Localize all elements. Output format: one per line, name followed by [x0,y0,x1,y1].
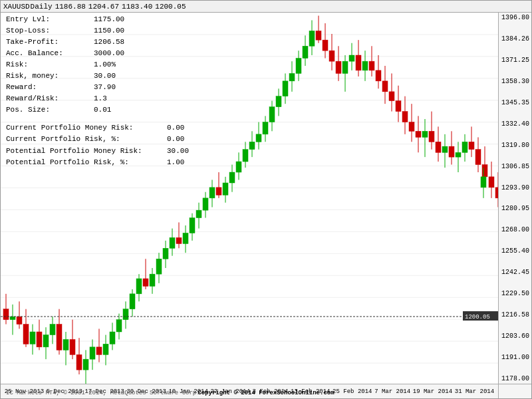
svg-rect-75 [190,218,195,233]
svg-rect-41 [76,354,82,370]
svg-rect-59 [136,279,142,294]
svg-rect-103 [283,81,288,96]
svg-rect-83 [216,188,221,195]
x-axis-label: 31 Mar 2014 [455,388,494,395]
svg-rect-89 [236,162,241,172]
price2: 1204.67 [88,3,119,11]
header-bar: XAUUSD Daily 1186.88 1204.67 1183.40 120… [1,1,531,13]
y-axis-label: 1332.40 [500,120,530,128]
x-axis-label: 19 Mar 2014 [413,388,452,395]
x-axis-label: 25 Feb 2014 [332,388,372,395]
candlestick-chart: 1200.05 [1,13,498,384]
footer-corner [498,384,531,398]
svg-rect-67 [163,248,168,259]
copyright-center: Copyright © 2014 ForexSchoolOnline.com [198,390,334,396]
svg-rect-57 [130,294,135,309]
svg-rect-33 [50,325,55,335]
svg-rect-87 [229,172,235,183]
svg-rect-73 [183,233,188,243]
svg-rect-155 [456,152,461,157]
y-axis-label: 1396.80 [500,14,530,21]
svg-rect-99 [269,107,275,122]
svg-rect-129 [369,61,374,70]
svg-rect-95 [256,134,261,142]
y-axis-label: 1371.25 [500,57,530,64]
svg-rect-127 [362,61,368,70]
svg-rect-63 [150,274,155,286]
y-axis-label: 1229.50 [500,290,530,297]
svg-rect-161 [475,150,481,165]
svg-rect-159 [469,142,474,149]
price1: 1186.88 [55,3,86,11]
y-axis-label: 1255.40 [500,247,530,255]
svg-rect-151 [442,146,448,152]
svg-rect-171 [481,177,486,188]
svg-rect-53 [116,320,122,332]
svg-rect-21 [10,317,15,320]
svg-rect-145 [422,131,428,137]
svg-rect-81 [209,188,215,198]
y-axis: 1396.801384.261371.251358.301345.351332.… [498,13,531,384]
svg-rect-79 [203,198,208,210]
svg-rect-147 [429,131,434,142]
y-axis-label: 1358.30 [500,78,530,85]
svg-rect-65 [156,259,162,274]
svg-rect-111 [309,31,315,46]
y-axis-label: 1203.60 [500,332,530,340]
price3: 1183.40 [122,3,152,11]
chart-area: 1200.05 [1,13,498,384]
svg-rect-49 [103,344,108,354]
svg-rect-141 [409,122,414,132]
y-axis-label: 1216.58 [500,311,530,319]
y-axis-label: 1268.00 [500,226,530,233]
svg-rect-61 [143,279,148,286]
svg-rect-91 [243,150,248,162]
svg-rect-143 [416,131,421,137]
svg-rect-25 [23,325,29,344]
svg-rect-109 [303,46,308,58]
svg-rect-97 [263,122,268,134]
y-axis-label: 1191.00 [500,354,530,361]
svg-rect-85 [223,183,228,195]
svg-rect-51 [110,332,115,344]
svg-rect-45 [90,347,95,359]
svg-rect-125 [356,55,361,70]
svg-rect-105 [289,73,295,80]
svg-rect-149 [436,142,441,152]
svg-rect-37 [63,339,68,350]
svg-rect-23 [17,317,22,324]
svg-rect-131 [376,70,381,81]
price4: 1200.05 [155,3,186,11]
svg-text:1200.05: 1200.05 [465,314,490,321]
svg-rect-165 [489,177,494,188]
svg-rect-121 [342,61,348,73]
svg-rect-133 [382,81,388,92]
svg-rect-107 [296,59,301,74]
svg-rect-117 [329,51,334,61]
y-axis-label: 1242.45 [500,269,530,276]
y-axis-label: 1280.95 [500,205,530,212]
svg-rect-31 [43,335,49,347]
svg-rect-135 [389,92,394,101]
svg-rect-139 [402,112,408,122]
svg-rect-29 [37,332,42,347]
chart-container: XAUUSD Daily 1186.88 1204.67 1183.40 120… [0,0,532,399]
svg-rect-69 [170,237,175,248]
svg-rect-55 [123,309,128,320]
svg-rect-19 [3,309,9,320]
svg-rect-93 [249,142,255,149]
copyright-left: IC Markets MT4, © 2001-2014, MetaQuotes … [6,390,200,396]
x-axis-label: 7 Mar 2014 [374,388,410,395]
svg-rect-71 [176,237,182,243]
svg-rect-119 [336,61,341,73]
symbol-label: XAUUSD [3,3,30,11]
svg-rect-153 [449,146,454,157]
svg-rect-123 [349,55,354,61]
svg-rect-163 [482,165,487,177]
svg-rect-157 [462,142,467,152]
y-axis-label: 1178.00 [500,375,530,382]
y-axis-label: 1384.26 [500,35,530,43]
timeframe-label: Daily [31,3,53,11]
svg-rect-115 [323,40,328,51]
svg-rect-43 [83,359,88,370]
